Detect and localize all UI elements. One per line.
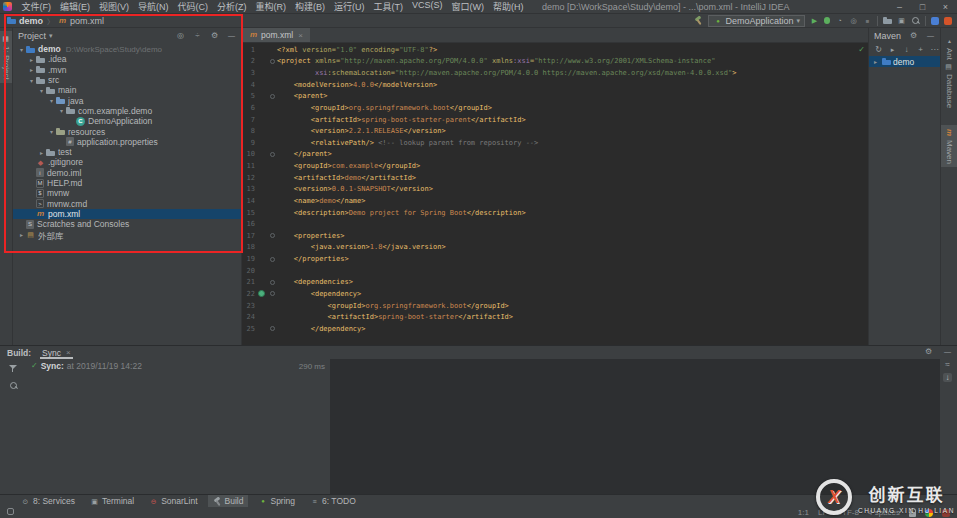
status-caret-position[interactable]: 1:1	[798, 508, 809, 517]
chevron-down-icon[interactable]: ▾	[47, 128, 56, 135]
tree-item-src[interactable]: ▾src	[13, 75, 241, 85]
tree-item-java[interactable]: ▾java	[13, 95, 241, 105]
collapse-all-icon[interactable]: ÷	[193, 31, 202, 40]
chevron-down-icon[interactable]: ▾	[47, 97, 56, 104]
menu-code[interactable]: 代码(C)	[173, 0, 213, 13]
chevron-right-icon[interactable]: ▸	[871, 58, 880, 65]
toolwindow-button-spring[interactable]: ●Spring	[253, 495, 300, 507]
code-line-25[interactable]: 25 </dependency>	[242, 323, 868, 335]
chevron-down-icon[interactable]: ▾	[27, 77, 36, 84]
open-project-icon[interactable]	[883, 16, 892, 25]
chevron-down-icon[interactable]: ▾	[17, 46, 26, 53]
fold-marker[interactable]	[267, 280, 277, 285]
chevron-right-icon[interactable]: ▸	[37, 149, 46, 156]
close-icon[interactable]: ×	[298, 31, 303, 40]
chevron-right-icon[interactable]: ▸	[27, 66, 36, 73]
tree-item-demo-root[interactable]: ▾demoD:\WorkSpace\Study\demo	[13, 44, 241, 54]
code-line-6[interactable]: 6 <groupId>org.springframework.boot</gro…	[242, 102, 868, 114]
code-line-10[interactable]: 10 </parent>	[242, 149, 868, 161]
code-line-18[interactable]: 18 <java.version>1.8</java.version>	[242, 242, 868, 254]
debug-icon[interactable]	[824, 17, 830, 24]
fold-circle-icon[interactable]	[270, 291, 275, 296]
fold-marker[interactable]	[267, 257, 277, 262]
code-line-5[interactable]: 5 <parent>	[242, 91, 868, 103]
gear-icon[interactable]: ⚙	[909, 31, 918, 40]
gear-icon[interactable]: ⚙	[210, 31, 219, 40]
close-button[interactable]: ×	[934, 0, 957, 14]
toolwindow-button-services[interactable]: ⊙8: Services	[16, 495, 80, 507]
code-line-13[interactable]: 13 <version>0.0.1-SNAPSHOT</version>	[242, 184, 868, 196]
profile-icon[interactable]: ◔	[835, 16, 844, 25]
more-icon[interactable]: ⋯	[930, 45, 939, 54]
menu-run[interactable]: 运行(U)	[330, 0, 370, 13]
fold-circle-icon[interactable]	[270, 257, 275, 262]
breadcrumb-item-demo[interactable]: demo	[7, 16, 43, 26]
toolwindow-switcher[interactable]	[7, 508, 14, 517]
stop-icon[interactable]: ■	[863, 16, 872, 25]
code-line-1[interactable]: 1<?xml version="1.0" encoding="UTF-8"?>	[242, 44, 868, 56]
minimize-button[interactable]: –	[888, 0, 911, 14]
chevron-down-icon[interactable]: ▾	[49, 32, 53, 40]
toolwindow-switcher-icon[interactable]	[7, 508, 14, 515]
code-line-24[interactable]: 24 <artifactId>spring-boot-starter</arti…	[242, 311, 868, 323]
code-line-8[interactable]: 8 <version>2.2.1.RELEASE</version>	[242, 125, 868, 137]
code-line-20[interactable]: 20	[242, 265, 868, 277]
toolwindow-button-build[interactable]: Build	[208, 495, 249, 507]
tree-item-external-libraries[interactable]: ▸▤外部库	[13, 229, 241, 239]
filter-icon[interactable]	[9, 364, 18, 373]
hide-icon[interactable]: —	[227, 31, 236, 40]
tree-item-idea-folder[interactable]: ▸.idea	[13, 54, 241, 64]
menu-tools[interactable]: 工具(T)	[369, 0, 408, 13]
add-icon[interactable]: +	[916, 45, 925, 54]
code-editor[interactable]: 1<?xml version="1.0" encoding="UTF-8"?>2…	[242, 44, 868, 345]
code-line-23[interactable]: 23 <groupId>org.springframework.boot</gr…	[242, 300, 868, 312]
tab-sync[interactable]: Sync ×	[40, 346, 73, 359]
code-line-9[interactable]: 9 <relativePath/> <!-- lookup parent fro…	[242, 137, 868, 149]
menu-edit[interactable]: 编辑(E)	[56, 0, 95, 13]
maximize-button[interactable]: □	[911, 0, 934, 14]
tree-item-demo-iml[interactable]: idemo.iml	[13, 168, 241, 178]
toolwindow-button-todo[interactable]: ≡6: TODO	[305, 495, 361, 507]
fold-circle-icon[interactable]	[270, 326, 275, 331]
search-everywhere-icon[interactable]	[911, 16, 920, 25]
tree-item-com-example-demo[interactable]: ▾com.example.demo	[13, 106, 241, 116]
tab-pom-xml[interactable]: m pom.xml ×	[242, 28, 310, 42]
fold-circle-icon[interactable]	[270, 59, 275, 64]
plugin-blue-icon[interactable]	[931, 17, 939, 25]
code-line-17[interactable]: 17 <properties>	[242, 230, 868, 242]
sync-result-row[interactable]: ✓ Sync: at 2019/11/19 14:22	[27, 359, 330, 372]
fold-circle-icon[interactable]	[270, 152, 275, 157]
menu-window[interactable]: 窗口(W)	[447, 0, 489, 13]
code-line-15[interactable]: 15 <description>Demo project for Spring …	[242, 207, 868, 219]
hammer-build-icon[interactable]	[694, 16, 703, 25]
stripe-tab-project[interactable]: ▦1: Project	[0, 31, 12, 83]
menu-analyze[interactable]: 分析(Z)	[213, 0, 252, 13]
menu-view[interactable]: 视图(V)	[95, 0, 134, 13]
code-line-19[interactable]: 19 </properties>	[242, 253, 868, 265]
tree-item-resources[interactable]: ▾resources	[13, 126, 241, 136]
run-configuration-select[interactable]: ●DemoApplication▾	[708, 15, 805, 27]
tree-item-gitignore[interactable]: ◆.gitignore	[13, 157, 241, 167]
spring-bean-icon[interactable]	[258, 290, 265, 297]
breadcrumb-item-pom-xml[interactable]: mpom.xml	[58, 16, 104, 26]
execute-goal-icon[interactable]: ▸	[888, 45, 897, 54]
close-icon[interactable]: ×	[66, 348, 71, 357]
tree-item-main[interactable]: ▾main	[13, 85, 241, 95]
toolwindow-button-sonarlint[interactable]: ⊖SonarLint	[144, 495, 202, 507]
code-line-21[interactable]: 21 <dependencies>	[242, 277, 868, 289]
tree-item-test[interactable]: ▸test	[13, 147, 241, 157]
fold-marker[interactable]	[267, 291, 277, 296]
fold-marker[interactable]	[267, 94, 277, 99]
fold-marker[interactable]	[267, 152, 277, 157]
download-sources-icon[interactable]: ↓	[902, 45, 911, 54]
run-icon[interactable]: ▶	[810, 16, 819, 25]
code-line-14[interactable]: 14 <name>demo</name>	[242, 195, 868, 207]
tree-item-help-md[interactable]: MHELP.md	[13, 178, 241, 188]
tree-item-application-properties[interactable]: #application.properties	[13, 137, 241, 147]
code-line-16[interactable]: 16	[242, 218, 868, 230]
menu-help[interactable]: 帮助(H)	[489, 0, 529, 13]
stripe-tab-database[interactable]: ▤Database	[941, 59, 957, 111]
coverage-icon[interactable]: ◎	[849, 16, 858, 25]
fold-marker[interactable]	[267, 326, 277, 331]
tree-item-pom-xml[interactable]: mpom.xml	[13, 209, 241, 219]
